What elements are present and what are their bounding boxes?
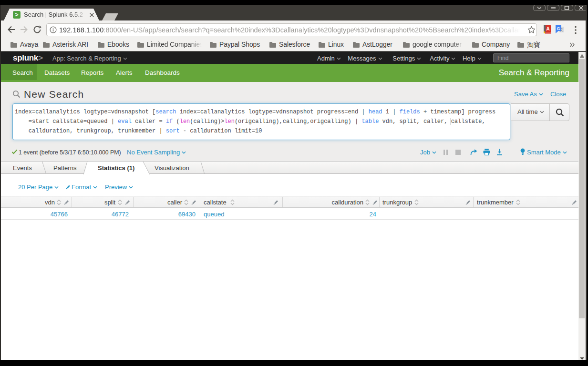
- svg-text:A: A: [546, 26, 549, 31]
- svg-text:G: G: [557, 26, 560, 31]
